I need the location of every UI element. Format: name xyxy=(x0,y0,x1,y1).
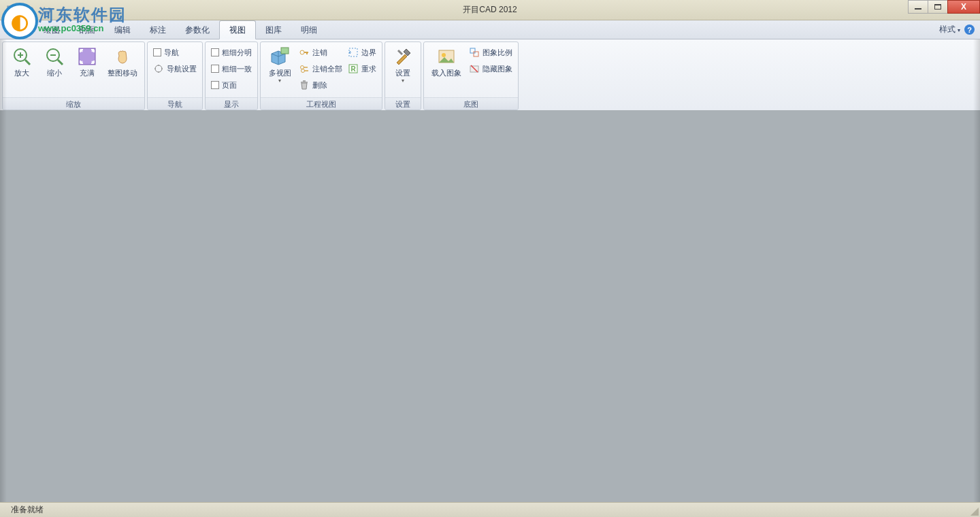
style-dropdown[interactable]: 样式 ▾ xyxy=(939,24,960,35)
window-buttons: X xyxy=(909,0,980,14)
svg-point-15 xyxy=(301,66,304,69)
zoom-fit-icon xyxy=(76,46,98,67)
group-display-label: 显示 xyxy=(206,97,257,110)
tools-icon xyxy=(392,46,414,67)
tab-annotate[interactable]: 标注 xyxy=(140,21,176,39)
help-icon[interactable]: ? xyxy=(964,24,975,35)
svg-line-7 xyxy=(58,60,63,65)
nav-settings-button[interactable]: 导航设置 xyxy=(150,61,199,77)
nav-settings-label: 导航设置 xyxy=(167,64,197,74)
zoom-in-button[interactable]: 放大 xyxy=(5,44,38,79)
nav-toggle[interactable]: 导航 xyxy=(150,44,199,61)
svg-point-26 xyxy=(442,53,446,57)
nav-checkbox-icon xyxy=(153,48,161,56)
titlebar: ▾ 开目CAD 2012 X xyxy=(0,0,980,20)
boundary-button[interactable]: 边界 xyxy=(345,44,379,61)
svg-rect-1 xyxy=(9,7,14,10)
client-area xyxy=(7,111,973,501)
trash-icon xyxy=(299,80,310,90)
image-scale-button[interactable]: 图象比例 xyxy=(466,44,515,61)
thick-thin-same-toggle[interactable]: 粗细一致 xyxy=(208,61,255,77)
svg-rect-28 xyxy=(474,52,478,56)
tab-view[interactable]: 视图 xyxy=(219,20,256,39)
delete-button[interactable]: 删除 xyxy=(296,77,345,93)
pan-button[interactable]: 整图移动 xyxy=(103,44,142,79)
zoom-fit-button[interactable]: 充满 xyxy=(71,44,103,79)
nav-settings-icon xyxy=(153,63,164,74)
svg-point-17 xyxy=(301,69,305,73)
r-icon: R xyxy=(348,63,359,74)
checkbox-icon xyxy=(211,48,219,56)
load-image-label: 载入图象 xyxy=(431,69,461,78)
page-toggle[interactable]: 页面 xyxy=(208,77,255,93)
svg-rect-11 xyxy=(281,48,289,54)
boundary-label: 边界 xyxy=(361,48,376,58)
delete-label: 删除 xyxy=(312,80,327,90)
quick-access-toolbar: ▾ xyxy=(0,3,72,18)
pan-icon xyxy=(112,46,133,67)
status-text: 准备就绪 xyxy=(11,504,44,516)
logout-all-label: 注销全部 xyxy=(312,64,342,74)
load-image-button[interactable]: 载入图象 xyxy=(427,44,466,79)
style-label: 样式 xyxy=(939,24,956,34)
qat-redo-icon[interactable] xyxy=(39,3,54,18)
hide-image-button[interactable]: 隐藏图象 xyxy=(466,61,515,77)
logout-label: 注销 xyxy=(312,48,327,58)
group-nav: 导航 导航设置 导航 xyxy=(147,41,203,110)
group-baseimg: 载入图象 图象比例 隐藏图象 底图 xyxy=(423,41,519,110)
close-button[interactable]: X xyxy=(947,0,980,14)
multiview-button[interactable]: 多视图 ▾ xyxy=(263,44,296,85)
page-label: 页面 xyxy=(222,80,237,90)
qat-undo-icon[interactable] xyxy=(22,3,37,18)
svg-line-24 xyxy=(398,50,402,54)
group-zoom: 放大 缩小 充满 整图移动 缩放 xyxy=(2,41,145,110)
group-nav-label: 导航 xyxy=(148,97,202,110)
svg-point-12 xyxy=(300,50,304,54)
group-zoom-label: 缩放 xyxy=(3,97,144,110)
nav-label: 导航 xyxy=(164,48,179,58)
multiview-icon xyxy=(269,46,291,67)
qat-dropdown-icon[interactable]: ▾ xyxy=(57,3,72,18)
logout-all-button[interactable]: 注销全部 xyxy=(296,61,345,77)
maximize-button[interactable] xyxy=(928,0,948,14)
tab-library[interactable]: 图库 xyxy=(256,21,291,39)
thick-thin-distinct-label: 粗细分明 xyxy=(222,48,252,58)
logout-button[interactable]: 注销 xyxy=(296,44,345,61)
qat-save-icon[interactable] xyxy=(4,3,19,18)
picture-icon xyxy=(436,46,457,67)
key-icon xyxy=(299,47,310,58)
tab-parametric[interactable]: 参数化 xyxy=(176,21,219,39)
image-scale-label: 图象比例 xyxy=(483,48,512,58)
group-engview-label: 工程视图 xyxy=(261,97,382,110)
group-display: 粗细分明 粗细一致 页面 显示 xyxy=(205,41,258,110)
group-settings-label: 设置 xyxy=(385,97,421,110)
boundary-icon xyxy=(348,47,359,58)
redo-req-button[interactable]: R 重求 xyxy=(345,61,379,77)
tab-draw[interactable]: 绘图 xyxy=(34,21,69,39)
hide-icon xyxy=(469,63,480,74)
zoom-fit-label: 充满 xyxy=(80,69,95,78)
dropdown-caret-icon: ▾ xyxy=(402,78,404,84)
ribbon-tabstrip: 绘图 剖面 编辑 标注 参数化 视图 图库 明细 样式 ▾ ? xyxy=(0,20,980,39)
zoom-out-icon xyxy=(44,46,65,67)
svg-text:R: R xyxy=(350,65,356,73)
dropdown-caret-icon: ▾ xyxy=(278,78,281,84)
window-title: 开目CAD 2012 xyxy=(463,4,517,16)
zoom-in-icon xyxy=(11,46,33,67)
group-baseimg-label: 底图 xyxy=(424,97,518,110)
tab-section[interactable]: 剖面 xyxy=(69,21,105,39)
redo-req-label: 重求 xyxy=(361,64,376,74)
settings-button[interactable]: 设置 ▾ xyxy=(388,44,418,85)
checkbox-icon xyxy=(211,81,219,89)
svg-rect-19 xyxy=(301,82,308,83)
hide-image-label: 隐藏图象 xyxy=(483,64,512,74)
minimize-button[interactable] xyxy=(908,0,928,14)
resize-grip-icon[interactable] xyxy=(969,506,979,516)
tab-detail[interactable]: 明细 xyxy=(291,21,327,39)
svg-point-10 xyxy=(155,65,162,72)
zoom-out-label: 缩小 xyxy=(47,69,62,78)
zoom-out-button[interactable]: 缩小 xyxy=(38,44,71,79)
thick-thin-distinct-toggle[interactable]: 粗细分明 xyxy=(208,44,255,61)
multiview-label: 多视图 xyxy=(269,69,291,78)
tab-edit[interactable]: 编辑 xyxy=(105,21,140,39)
